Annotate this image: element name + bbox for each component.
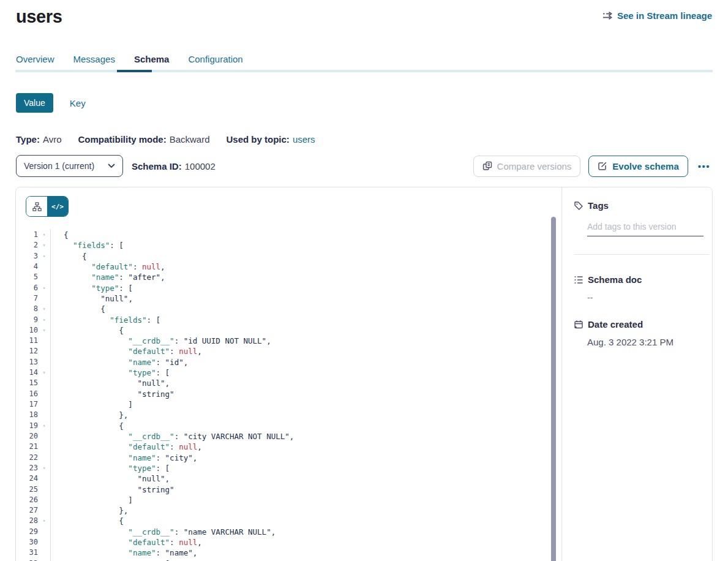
fold-toggle-icon[interactable]: ▾: [38, 315, 50, 325]
fold-toggle-icon[interactable]: ▾: [38, 325, 50, 336]
compare-versions-button[interactable]: Compare versions: [473, 156, 581, 177]
stream-lineage-label: See in Stream lineage: [617, 10, 712, 21]
code-line: 14▾ "type": [: [16, 367, 561, 378]
fold-spacer: [38, 431, 50, 442]
fold-toggle-icon[interactable]: ▾: [38, 559, 50, 561]
tag-icon: [574, 201, 584, 211]
code-text: "string": [50, 389, 174, 399]
code-text: "type": [: [50, 463, 170, 473]
add-tags-input[interactable]: [587, 222, 704, 236]
page-title: users: [16, 7, 62, 27]
code-text: {: [50, 251, 87, 262]
code-line: 30 "default": null,: [16, 537, 561, 548]
fold-toggle-icon[interactable]: ▾: [38, 304, 50, 314]
fold-toggle-icon[interactable]: ▾: [38, 240, 50, 250]
code-line: 12 "default": null,: [16, 346, 561, 356]
fold-spacer: [38, 453, 50, 463]
code-text: {: [50, 230, 69, 240]
editor-scrollbar[interactable]: [551, 217, 556, 561]
code-text: "__crdb__": "id UUID NOT NULL",: [50, 336, 271, 346]
fold-spacer: [38, 293, 50, 304]
code-line: 11 "__crdb__": "id UUID NOT NULL",: [16, 336, 561, 346]
schema-page: users See in Stream lineage Overview Mes…: [0, 0, 728, 561]
date-created-value: Aug. 3 2022 3:21 PM: [587, 337, 701, 347]
fold-spacer: [38, 473, 50, 484]
code-line: 5 "name": "after",: [16, 272, 561, 282]
line-number: 29: [16, 527, 38, 537]
code-line: 13 "name": "id",: [16, 357, 561, 367]
fold-toggle-icon[interactable]: ▾: [38, 283, 50, 293]
line-number: 15: [16, 378, 38, 388]
tree-view-button[interactable]: [26, 197, 47, 216]
code-text: "name": "id",: [50, 357, 188, 367]
fold-spacer: [38, 410, 50, 420]
line-number: 20: [16, 431, 38, 442]
code-text: "null",: [50, 293, 133, 304]
fold-spacer: [38, 346, 50, 356]
schema-panel: </> 1▾{2▾ "fields": [3▾ {4 "default": nu…: [15, 187, 713, 561]
fold-toggle-icon[interactable]: ▾: [38, 463, 50, 473]
line-number: 25: [16, 484, 38, 495]
line-number: 31: [16, 548, 38, 558]
code-line: 4 "default": null,: [16, 262, 561, 272]
code-line: 21 "default": null,: [16, 442, 561, 452]
date-created-header: Date created: [574, 319, 701, 329]
value-key-selector: Value Key: [16, 93, 712, 113]
fold-spacer: [38, 527, 50, 537]
code-text: "type": [: [50, 559, 170, 561]
code-text: "name": "after",: [50, 272, 165, 282]
code-text: "name": "name",: [50, 548, 197, 558]
code-text: {: [50, 304, 105, 314]
evolve-schema-button[interactable]: Evolve schema: [588, 156, 688, 177]
topic-link[interactable]: users: [293, 134, 315, 145]
version-dropdown[interactable]: Version 1 (current): [16, 155, 123, 177]
topbar: users See in Stream lineage: [0, 0, 728, 27]
code-lines: 1▾{2▾ "fields": [3▾ {4 "default": null,5…: [16, 230, 561, 561]
key-toggle-link[interactable]: Key: [70, 98, 86, 108]
more-options-menu[interactable]: •••: [696, 161, 712, 171]
code-line: 8▾ {: [16, 304, 561, 314]
code-text: "default": null,: [50, 346, 202, 356]
line-number: 23: [16, 463, 38, 473]
line-number: 12: [16, 346, 38, 356]
fold-toggle-icon[interactable]: ▾: [38, 367, 50, 378]
fold-toggle-icon[interactable]: ▾: [38, 421, 50, 431]
code-text: "type": [: [50, 283, 133, 293]
code-line: 24 "null",: [16, 473, 561, 484]
line-number: 2: [16, 240, 38, 250]
tree-view-icon: [32, 202, 42, 211]
fold-spacer: [38, 262, 50, 272]
tags-section-header: Tags: [574, 200, 701, 211]
line-number: 3: [16, 251, 38, 262]
fold-toggle-icon[interactable]: ▾: [38, 230, 50, 240]
code-view-button[interactable]: </>: [47, 197, 68, 216]
code-text: "default": null,: [50, 537, 202, 548]
type-label: Type:: [16, 134, 40, 145]
fold-toggle-icon[interactable]: ▾: [38, 251, 50, 262]
version-sidebar: Tags Schema doc --: [561, 187, 712, 561]
compare-icon: [482, 161, 492, 171]
value-toggle-button[interactable]: Value: [16, 93, 53, 113]
fold-spacer: [38, 484, 50, 495]
fold-spacer: [38, 495, 50, 505]
tags-title: Tags: [588, 200, 609, 211]
line-number: 13: [16, 357, 38, 367]
code-view-icon: </>: [51, 203, 64, 211]
code-text: ]: [50, 495, 133, 505]
code-text: "null",: [50, 378, 170, 388]
code-text: },: [50, 505, 128, 516]
code-line: 10▾ {: [16, 325, 561, 336]
sidebar-divider: [574, 254, 710, 255]
code-text: {: [50, 516, 124, 526]
fold-spacer: [38, 336, 50, 346]
line-number: 14: [16, 367, 38, 378]
stream-lineage-link[interactable]: See in Stream lineage: [602, 10, 712, 21]
fold-spacer: [38, 442, 50, 452]
fold-toggle-icon[interactable]: ▾: [38, 516, 50, 526]
list-icon: [574, 275, 584, 285]
code-line: 22 "name": "city",: [16, 453, 561, 463]
chevron-down-icon: [108, 164, 115, 168]
fold-spacer: [38, 357, 50, 367]
code-line: 15 "null",: [16, 378, 561, 388]
version-bar: Version 1 (current) Schema ID: 100002: [16, 155, 712, 177]
